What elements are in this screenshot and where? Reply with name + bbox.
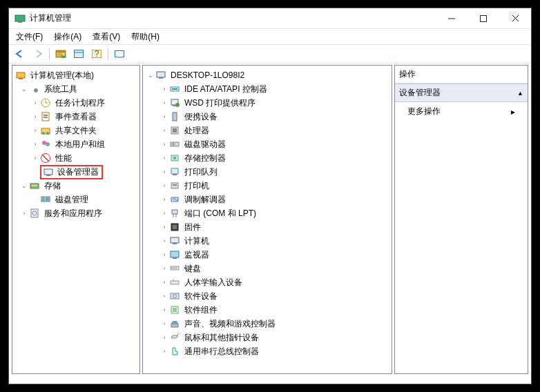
tree-item-shared-folders[interactable]: › 共享文件夹 [12,124,139,137]
device-category[interactable]: ›打印队列 [143,165,392,179]
svg-rect-44 [173,112,177,121]
close-button[interactable] [499,8,531,29]
folder-share-icon [40,125,51,136]
device-category[interactable]: ›磁盘驱动器 [143,137,392,151]
expand-icon[interactable]: › [160,196,169,203]
toolbar-help-button[interactable]: ? [88,46,105,61]
minimize-button[interactable] [436,8,467,29]
category-icon [169,346,180,357]
device-host[interactable]: ⌄ DESKTOP-1LO98I2 [143,68,392,82]
tree-label: WSD 打印提供程序 [183,97,257,109]
selected-highlight: 设备管理器 [40,165,103,179]
toolbar-show-hide-button[interactable] [52,46,69,61]
expand-icon[interactable]: › [160,306,169,313]
svg-text:?: ? [95,49,99,59]
tree-item-performance[interactable]: › 性能 [12,151,139,165]
device-category[interactable]: ›鼠标和其他指针设备 [143,331,392,344]
expand-icon[interactable]: › [30,155,40,161]
svg-rect-52 [173,174,177,175]
expand-icon[interactable]: › [30,141,40,148]
device-category[interactable]: ›打印机 [143,179,392,193]
expand-icon[interactable]: › [160,237,169,244]
device-category[interactable]: ›通用串行总线控制器 [143,344,392,358]
expand-icon[interactable]: › [160,141,169,148]
tree-label: 服务和应用程序 [43,208,104,219]
expand-icon[interactable]: › [160,224,169,231]
tree-label: 处理器 [183,125,211,137]
expand-icon[interactable]: › [30,113,40,120]
device-category[interactable]: ›处理器 [143,124,392,137]
tree-item-disk-mgmt[interactable]: 磁盘管理 [12,193,139,206]
device-category[interactable]: ›人体学输入设备 [143,275,392,289]
tree-storage[interactable]: ⌄ 存储 [12,179,139,193]
expand-icon[interactable]: › [160,127,169,134]
device-category[interactable]: ›声音、视频和游戏控制器 [143,317,392,331]
tree-item-task-scheduler[interactable]: › 任务计划程序 [12,96,139,110]
expand-icon[interactable]: › [160,182,169,189]
device-category[interactable]: ›IDE ATA/ATAPI 控制器 [143,82,392,96]
menu-view[interactable]: 查看(V) [88,30,124,44]
console-tree-pane[interactable]: 计算机管理(本地) ⌄ 系统工具 › 任务计划程序 › 事件查看器 [12,65,140,374]
device-category[interactable]: ›存储控制器 [143,151,392,165]
expand-icon[interactable]: › [160,251,169,258]
actions-more[interactable]: 更多操作 ▸ [395,102,528,121]
expand-icon[interactable]: › [160,279,169,286]
tree-item-device-manager[interactable]: 设备管理器 [12,165,139,179]
tree-root[interactable]: 计算机管理(本地) [12,68,139,82]
expand-icon[interactable]: › [160,155,169,161]
menu-file[interactable]: 文件(F) [12,30,47,44]
expand-icon[interactable]: › [19,210,29,217]
expand-icon[interactable]: › [160,86,169,92]
tree-label: 存储 [43,180,62,192]
expand-icon[interactable]: › [30,127,40,134]
device-category[interactable]: ›计算机 [143,234,392,248]
nav-forward-button[interactable] [30,46,46,61]
tree-item-local-users[interactable]: › 本地用户和组 [12,137,139,151]
expand-icon[interactable]: › [30,99,40,106]
nav-back-button[interactable] [12,46,28,61]
computer-icon [155,70,166,81]
menu-help[interactable]: 帮助(H) [127,30,164,44]
device-category[interactable]: ›监视器 [143,248,392,262]
menu-action[interactable]: 操作(A) [50,30,86,44]
tree-label: 调制解调器 [183,194,227,206]
collapse-icon[interactable]: ⌄ [19,182,29,189]
svg-rect-56 [172,210,177,214]
submenu-arrow-icon: ▸ [511,107,515,117]
maximize-button[interactable] [467,8,499,29]
device-category[interactable]: ›软件组件 [143,303,392,317]
collapse-icon[interactable]: ⌄ [146,72,155,79]
device-category[interactable]: ›便携设备 [143,110,392,124]
tree-system-tools[interactable]: ⌄ 系统工具 [12,82,139,96]
device-category[interactable]: ›调制解调器 [143,193,392,206]
collapse-icon[interactable]: ⌄ [19,86,29,92]
toolbar-refresh-button[interactable] [111,46,128,61]
device-category[interactable]: ›软件设备 [143,289,392,303]
expand-icon[interactable]: › [160,210,169,217]
expand-icon[interactable]: › [160,99,169,106]
expand-icon[interactable]: › [160,265,169,272]
expand-icon[interactable]: › [160,334,169,341]
tree-services-apps[interactable]: › 服务和应用程序 [12,206,139,220]
device-tree-pane[interactable]: ⌄ DESKTOP-1LO98I2 ›IDE ATA/ATAPI 控制器›WSD… [142,65,392,374]
tree-item-event-viewer[interactable]: › 事件查看器 [12,110,139,124]
expand-icon[interactable]: › [160,168,169,175]
device-category[interactable]: ›固件 [143,220,392,234]
expand-icon[interactable]: › [160,320,169,327]
device-category[interactable]: ›WSD 打印提供程序 [143,96,392,110]
device-category[interactable]: ›键盘 [143,262,392,275]
expand-icon[interactable]: › [160,113,169,120]
category-icon [169,194,180,205]
category-icon [169,291,180,302]
actions-group-header[interactable]: 设备管理器 ▲ [395,84,528,102]
category-icon [169,277,180,288]
expand-icon[interactable]: › [160,348,169,355]
expand-icon[interactable]: › [160,293,169,300]
svg-rect-20 [44,117,48,118]
category-icon [169,153,180,164]
device-category[interactable]: ›端口 (COM 和 LPT) [143,206,392,220]
toolbar-properties-button[interactable] [70,46,87,61]
svg-rect-75 [171,324,178,327]
tree-label: 磁盘管理 [54,194,90,206]
tree-label: 计算机 [183,235,211,247]
